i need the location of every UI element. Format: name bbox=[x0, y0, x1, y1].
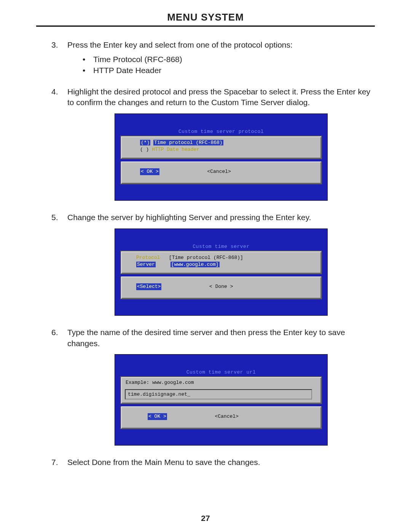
bullet-time-protocol: Time Protocol (RFC-868) bbox=[83, 54, 375, 65]
step-4-text: Highlight the desired protocol and press… bbox=[67, 87, 370, 107]
step-3: Press the Enter key and select from one … bbox=[51, 40, 375, 76]
label-server[interactable]: Server bbox=[136, 262, 156, 267]
screenshot-url-dialog: Custom time server url Example: www.goog… bbox=[115, 354, 328, 446]
step-5: Change the server by highlighting Server… bbox=[51, 212, 375, 316]
dialog-title: Custom time server url bbox=[120, 369, 322, 376]
done-button[interactable]: < Done > bbox=[209, 283, 233, 290]
dialog-content-panel: Protocol [Time protocol (RFC-868)] Serve… bbox=[120, 251, 322, 274]
server-url-input[interactable]: time.digisignage.net_ bbox=[125, 389, 312, 400]
radio-option-time-protocol[interactable]: Time protocol (RFC-868) bbox=[153, 140, 223, 145]
page-title: MENU SYSTEM bbox=[167, 11, 244, 23]
step-6-text: Type the name of the desired time server… bbox=[67, 328, 345, 347]
dialog-title: Custom time server protocol bbox=[120, 128, 322, 135]
document-page: MENU SYSTEM Press the Enter key and sele… bbox=[0, 0, 411, 532]
select-button[interactable]: <Select> bbox=[136, 283, 161, 290]
radio-option-http-date[interactable]: HTTP Date header bbox=[152, 147, 199, 152]
ok-button[interactable]: < OK > bbox=[140, 168, 159, 175]
step-7: Select Done from the Main Menu to save t… bbox=[51, 457, 375, 468]
steps-list: Press the Enter key and select from one … bbox=[51, 40, 375, 468]
step-3-text: Press the Enter key and select from one … bbox=[67, 40, 293, 49]
bullet-http-date: HTTP Date Header bbox=[83, 65, 375, 76]
value-protocol[interactable]: [Time protocol (RFC-868)] bbox=[169, 255, 243, 260]
cancel-button[interactable]: <Cancel> bbox=[215, 413, 238, 420]
screenshot-server-dialog: Custom time server Protocol [Time protoc… bbox=[115, 228, 328, 316]
step-7-text: Select Done from the Main Menu to save t… bbox=[67, 458, 260, 466]
radio-selected-mark[interactable]: (*) bbox=[140, 140, 150, 145]
step-6: Type the name of the desired time server… bbox=[51, 327, 375, 446]
dialog-button-panel: < OK > <Cancel> bbox=[120, 161, 322, 184]
radio-unselected-mark[interactable]: ( ) bbox=[140, 147, 149, 152]
screenshot-protocol-dialog: Custom time server protocol (*) Time pro… bbox=[115, 113, 328, 201]
page-number: 27 bbox=[36, 514, 375, 523]
step-4: Highlight the desired protocol and press… bbox=[51, 86, 375, 201]
step-5-text: Change the server by highlighting Server… bbox=[67, 213, 311, 222]
dialog-button-panel: <Select> < Done > bbox=[120, 276, 322, 299]
header: MENU SYSTEM bbox=[36, 11, 375, 23]
dialog-content-panel: (*) Time protocol (RFC-868) ( ) HTTP Dat… bbox=[120, 136, 322, 159]
title-rule bbox=[36, 26, 375, 27]
step-3-bullets: Time Protocol (RFC-868) HTTP Date Header bbox=[83, 54, 375, 76]
label-protocol: Protocol bbox=[136, 255, 160, 260]
example-text: Example: www.google.com bbox=[126, 379, 317, 386]
cancel-button[interactable]: <Cancel> bbox=[207, 168, 231, 175]
dialog-button-panel: < OK > <Cancel> bbox=[120, 406, 322, 429]
ok-button[interactable]: < OK > bbox=[148, 413, 167, 420]
value-server[interactable]: [www.google.com] bbox=[170, 262, 220, 267]
dialog-title: Custom time server bbox=[120, 243, 322, 250]
dialog-content-panel: Example: www.google.com time.digisignage… bbox=[120, 376, 322, 404]
